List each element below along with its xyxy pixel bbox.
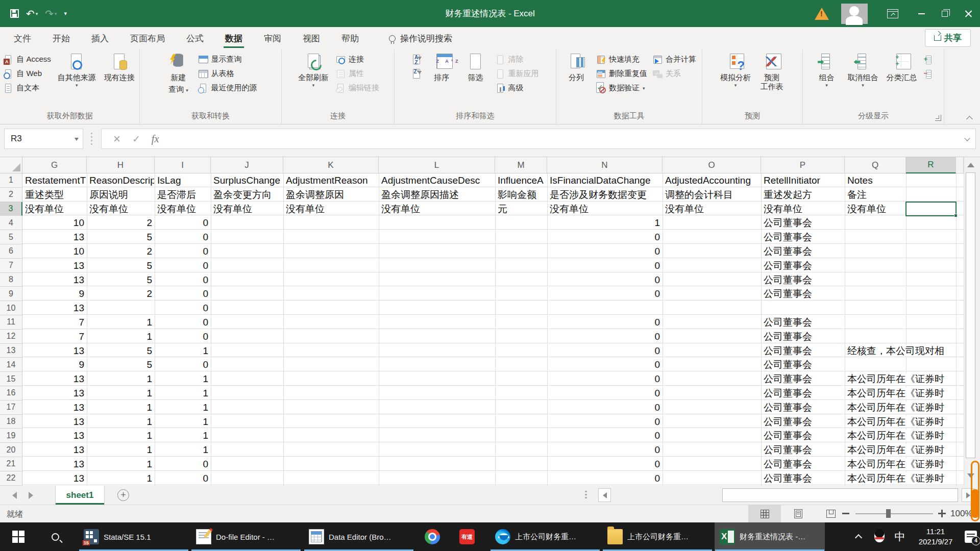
cell-Q13[interactable]: 经核查，本公司现对相 — [847, 345, 944, 357]
cell-Q22[interactable]: 本公司历年在《证券时 — [847, 472, 944, 485]
cell-N12[interactable]: 0 — [547, 331, 660, 343]
cell-I15[interactable]: 1 — [155, 373, 208, 385]
sheet-tab-sheet1[interactable]: sheet1 — [55, 486, 105, 505]
ribbon-display-options-icon[interactable] — [887, 9, 898, 18]
taskbar-search-button[interactable] — [43, 522, 67, 551]
taskbar-app-dataed[interactable]: Data Editor (Bro… — [304, 522, 414, 551]
row-header-12[interactable]: 12 — [0, 330, 22, 344]
cell-I10[interactable]: 0 — [155, 302, 208, 314]
ribbon-button-t2c[interactable]: 分列 — [560, 51, 593, 82]
cell-P20[interactable]: 公司董事会 — [764, 444, 844, 456]
row-header-14[interactable]: 14 — [0, 358, 22, 372]
cell-G12[interactable]: 7 — [22, 331, 84, 343]
cell-P3[interactable]: 没有单位 — [764, 203, 844, 215]
cell-G21[interactable]: 13 — [22, 458, 84, 470]
scroll-up-icon[interactable] — [967, 159, 974, 167]
start-button[interactable] — [6, 522, 31, 551]
cell-I16[interactable]: 1 — [155, 387, 208, 399]
cell-H15[interactable]: 1 — [87, 373, 152, 385]
cell-N21[interactable]: 0 — [547, 458, 660, 470]
redo-button[interactable]: ↷▾ — [45, 8, 57, 20]
column-header-M[interactable]: M — [495, 157, 547, 173]
ribbon-button-showq[interactable]: 显示查询 — [196, 53, 259, 66]
cell-I22[interactable]: 0 — [155, 472, 208, 485]
cell-G11[interactable]: 7 — [22, 316, 84, 329]
taskbar-app-edge[interactable]: 上市公司财务重… — [490, 522, 600, 551]
cell-G16[interactable]: 13 — [22, 387, 84, 399]
vertical-scrollbar[interactable] — [964, 157, 977, 486]
ribbon-button-editlink[interactable]: 编辑链接 — [333, 81, 381, 95]
cell-G10[interactable]: 13 — [22, 302, 84, 314]
undo-button[interactable]: ↶▾ — [26, 8, 38, 20]
ribbon-button-text[interactable]: 自文本 — [1, 81, 53, 95]
cell-G15[interactable]: 13 — [22, 373, 84, 385]
normal-view-button[interactable] — [748, 505, 781, 522]
row-header-7[interactable]: 7 — [0, 259, 22, 273]
cell-N20[interactable]: 0 — [547, 444, 660, 456]
cell-G8[interactable]: 13 — [22, 274, 84, 286]
cell-N4[interactable]: 1 — [547, 217, 660, 229]
row-header-6[interactable]: 6 — [0, 244, 22, 259]
row-header-19[interactable]: 19 — [0, 429, 22, 443]
column-header-L[interactable]: L — [379, 157, 495, 173]
cell-P11[interactable]: 公司董事会 — [764, 316, 844, 329]
cell-P21[interactable]: 公司董事会 — [764, 458, 844, 470]
ribbon-button-ungroup[interactable]: 取消组合▾ — [844, 51, 882, 88]
cell-I17[interactable]: 1 — [155, 402, 208, 414]
ribbon-button-advanced[interactable]: 高级 — [493, 81, 541, 95]
ribbon-button-consolidate[interactable]: 合并计算 — [650, 53, 698, 66]
cancel-icon[interactable]: ✕ — [113, 133, 121, 145]
share-button[interactable]: 共享 — [925, 29, 971, 47]
cell-G5[interactable]: 13 — [22, 231, 84, 243]
cell-O3[interactable]: 没有单位 — [665, 203, 761, 215]
vertical-scroll-thumb[interactable] — [966, 172, 975, 458]
cell-N19[interactable]: 0 — [547, 430, 660, 442]
ribbon-button-rel[interactable]: 关系 — [650, 67, 698, 81]
cell-K3[interactable]: 没有单位 — [286, 203, 378, 215]
cell-L2[interactable]: 盈余调整原因描述 — [381, 189, 495, 201]
ribbon-button-othersrc[interactable]: 自其他来源▾ — [54, 51, 100, 88]
close-button[interactable] — [957, 0, 980, 27]
ribbon-button-reapply[interactable]: 重新应用 — [493, 67, 541, 81]
cell-P2[interactable]: 重述发起方 — [764, 189, 844, 201]
column-header-O[interactable]: O — [663, 157, 761, 173]
cell-I14[interactable]: 0 — [155, 359, 208, 371]
minimize-button[interactable] — [910, 0, 933, 27]
cell-I20[interactable]: 1 — [155, 444, 208, 456]
cell-H1[interactable]: ReasonDescrip — [89, 174, 154, 187]
zoom-in-button[interactable] — [938, 513, 946, 514]
row-header-4[interactable]: 4 — [0, 216, 22, 230]
cell-H19[interactable]: 1 — [87, 430, 152, 442]
cell-G17[interactable]: 13 — [22, 402, 84, 414]
cell-I19[interactable]: 1 — [155, 430, 208, 442]
cell-I21[interactable]: 0 — [155, 458, 208, 470]
name-box-dropdown-icon[interactable] — [75, 138, 79, 143]
tab-视图[interactable]: 视图 — [292, 27, 331, 49]
row-header-17[interactable]: 17 — [0, 400, 22, 415]
taskbar-app-excel[interactable]: 财务重述情况表 -… — [715, 522, 825, 551]
column-header-R[interactable]: R — [906, 157, 956, 173]
column-header-H[interactable]: H — [87, 157, 155, 173]
cell-P4[interactable]: 公司董事会 — [764, 217, 844, 229]
row-header-15[interactable]: 15 — [0, 372, 22, 386]
cell-H22[interactable]: 1 — [87, 472, 152, 485]
cell-H6[interactable]: 2 — [87, 245, 152, 258]
ribbon-button-sort[interactable]: 排序 — [426, 51, 458, 82]
cell-N11[interactable]: 0 — [547, 316, 660, 329]
ribbon-button-flash[interactable]: 快速填充 — [594, 53, 649, 66]
cell-I7[interactable]: 0 — [155, 260, 208, 272]
cell-Q18[interactable]: 本公司历年在《证券时 — [847, 416, 944, 428]
cell-G9[interactable]: 9 — [22, 288, 84, 300]
cell-H2[interactable]: 原因说明 — [89, 189, 154, 201]
cell-O1[interactable]: AdjustedAccounting — [665, 174, 761, 187]
page-layout-view-button[interactable] — [782, 505, 815, 522]
cell-J3[interactable]: 没有单位 — [213, 203, 283, 215]
taskbar-clock[interactable]: 11:212021/9/27 — [912, 522, 960, 551]
cell-M2[interactable]: 影响金额 — [498, 189, 547, 201]
ribbon-button-validate[interactable]: 数据验证▾ — [594, 81, 649, 95]
cell-Q19[interactable]: 本公司历年在《证券时 — [847, 430, 944, 442]
cell-N3[interactable]: 没有单位 — [550, 203, 662, 215]
zoom-level[interactable]: 100% — [950, 509, 972, 519]
ribbon-button-showdetail[interactable] — [922, 53, 937, 66]
row-header-2[interactable]: 2 — [0, 188, 22, 202]
